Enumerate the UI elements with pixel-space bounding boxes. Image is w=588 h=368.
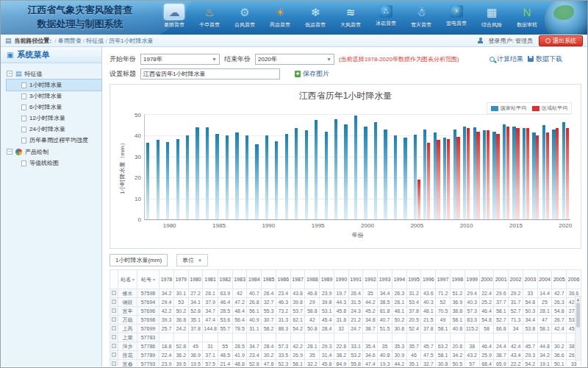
value-cell: 78.5 [232, 325, 247, 333]
value-cell: 38.8 [450, 307, 465, 316]
value-cell: 53.4 [406, 298, 421, 307]
value-cell [276, 333, 290, 342]
doc-icon [21, 127, 26, 132]
rainstorm-icon: ☁ [164, 4, 184, 20]
nav-snow[interactable]: ☃雪灾普查 [404, 4, 439, 29]
col-station-name[interactable]: 站名 ▾ [118, 270, 137, 289]
location-icon: ▤ [5, 37, 12, 44]
tree-item-3小时降水量[interactable]: 3小时降水量 [7, 91, 101, 102]
x-tick-label: 2015 [509, 222, 523, 229]
breadcrumb-item[interactable]: 历年1小时降水量 [109, 38, 153, 44]
nav-wind[interactable]: ≋大风普查 [333, 4, 368, 29]
value-cell: 55.8 [348, 360, 363, 367]
logout-button-label: 退出系统 [553, 37, 576, 45]
calc-result-button[interactable]: 计算结果 [490, 54, 523, 64]
row-expand-icon[interactable] [110, 289, 118, 298]
nav-hail[interactable]: ∴冰雹普查 [368, 4, 404, 29]
value-cell: 36.9 [450, 298, 465, 307]
tree-item-24小时降水量[interactable]: 24小时降水量 [7, 124, 101, 135]
end-year-select[interactable]: 2020年 ▼ [255, 54, 334, 65]
table-tab-precip-1h[interactable]: 1小时降水量(mm) [110, 254, 168, 266]
value-cell: 19.3 [378, 360, 392, 367]
nav-heat[interactable]: ☀高温普查 [262, 4, 298, 29]
value-cell: 26.3 [392, 289, 406, 298]
row-expand-icon[interactable] [110, 360, 118, 367]
v-scroll-thumb[interactable] [576, 302, 580, 328]
value-cell: 39.8 [320, 298, 334, 307]
tree-item-等值线绘图[interactable]: 等值线绘图 [7, 158, 101, 169]
value-cell: 33.1 [348, 342, 363, 351]
nav-typhoon[interactable]: ⚙台风普查 [227, 4, 262, 29]
tree-node-0[interactable]: −▤特征值 [7, 68, 101, 79]
col-year: 1984 [247, 270, 262, 289]
value-cell: 38.2 [334, 351, 348, 360]
legend-item[interactable]: 国家站平均 [491, 105, 526, 112]
breadcrumb-item[interactable]: 特征值 [86, 38, 104, 44]
nav-drought[interactable]: ♨干旱普查 [192, 4, 227, 29]
value-cell: 55.7 [218, 325, 232, 333]
row-expand-icon[interactable] [110, 351, 118, 360]
value-cell: 30.9 [392, 351, 406, 360]
value-cell: 19.5 [188, 360, 203, 367]
table-row: 上高5769925.724.237.8144.855.778.531.158.2… [110, 325, 581, 333]
station-name-cell: 上栗 [118, 333, 137, 342]
start-year-select[interactable]: 1978年 ▼ [140, 54, 220, 65]
value-cell: 40.3 [421, 298, 436, 307]
value-cell: 33 [523, 289, 537, 298]
app-header: 江西省气象灾害风险普查 数据处理与制图系统 ☁暴雨普查♨干旱普查⚙台风普查☀高温… [1, 1, 587, 35]
value-cell: 21.2 [348, 316, 363, 325]
value-cell: 34.2 [450, 351, 465, 360]
value-cell: 52.7 [494, 316, 509, 325]
row-expand-icon[interactable] [110, 298, 118, 307]
tree-item-6小时降水量[interactable]: 6小时降水量 [7, 102, 101, 113]
bar-national [542, 125, 545, 219]
bar-regional [476, 132, 479, 219]
save-image-button[interactable]: ✚ 保存图片 [295, 69, 329, 79]
table-row: 萍乡5778618.852.845315528.534.728.457.342.… [110, 342, 581, 351]
bar-national [146, 143, 149, 219]
tree-expander-icon[interactable]: − [7, 71, 12, 77]
value-cell: 30.7 [262, 316, 276, 325]
tree-item-1小时降水量[interactable]: 1小时降水量 [7, 79, 101, 91]
row-expand-icon[interactable] [110, 342, 118, 351]
nav-rainstorm[interactable]: ☁暴雨普查 [157, 4, 192, 29]
unit-filter[interactable]: 单位 ▼ [176, 254, 208, 266]
value-cell: 37.8 [421, 325, 436, 333]
y-tick-label: 50 [128, 112, 141, 118]
col-year: 1999 [465, 270, 479, 289]
tree-item-历年暴雨过程平均强度[interactable]: 历年暴雨过程平均强度 [7, 135, 101, 146]
value-cell: 32.7 [262, 298, 276, 307]
bar-regional [487, 130, 490, 219]
value-cell [509, 333, 523, 342]
legend-item[interactable]: 区域站平均 [532, 105, 567, 112]
row-expand-icon[interactable] [110, 325, 118, 333]
tree-expander-icon[interactable]: − [7, 149, 12, 155]
nav-audit[interactable]: N数据审核 [509, 4, 545, 29]
nav-lightning[interactable]: ⚡雷电普查 [439, 4, 474, 29]
value-cell: 26.3 [552, 298, 567, 307]
table-vertical-scrollbar[interactable]: ▲ [575, 296, 581, 361]
value-cell [159, 333, 174, 342]
tree-item-label: 12小时降水量 [29, 114, 65, 122]
doc-icon [21, 160, 26, 166]
row-expand-icon[interactable] [110, 316, 118, 325]
breadcrumb-item[interactable]: 暴雨普查 [58, 38, 82, 44]
nav-calculator[interactable]: ▦综合风险 [474, 4, 509, 29]
tree-item-12小时降水量[interactable]: 12小时降水量 [7, 113, 101, 124]
tree-node-1[interactable]: −产品绘制 [7, 146, 101, 158]
row-expand-icon[interactable] [110, 333, 118, 342]
image-file-icon: ✚ [295, 71, 301, 77]
logout-button[interactable]: 退出系统 [539, 35, 583, 46]
y-tick-label: 20 [128, 174, 141, 181]
row-expand-icon[interactable] [110, 307, 118, 316]
doc-icon [21, 105, 26, 110]
value-cell: 53.2 [348, 351, 363, 360]
data-download-button[interactable]: 数据下载 [528, 54, 562, 64]
nav-cold[interactable]: ❄低温普查 [298, 4, 333, 29]
bar-national [562, 122, 565, 219]
chart-title-input[interactable] [140, 68, 280, 79]
value-cell: 28.1 [537, 307, 552, 316]
col-station-id[interactable]: 站号 ▾ [137, 270, 159, 289]
value-cell: 88.3 [276, 325, 290, 333]
login-user-label: 登录用户: 管理员 [489, 37, 533, 45]
